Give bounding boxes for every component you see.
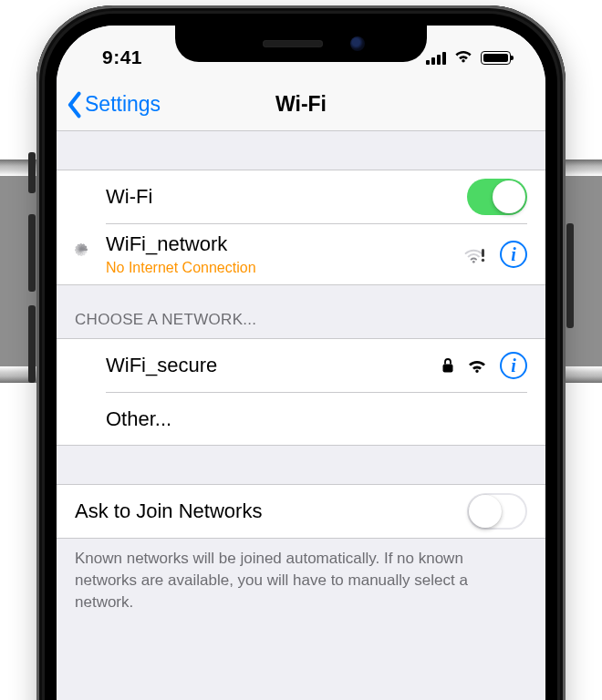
wifi-toggle-cell[interactable]: Wi-Fi [57,170,545,223]
page-title: Wi-Fi [275,92,327,117]
notch [175,26,427,62]
phone-side-button [566,223,574,328]
wifi-signal-icon [466,357,488,374]
phone-volume-up [28,214,36,292]
other-network-cell[interactable]: Other... [57,392,545,445]
ask-to-join-group: Ask to Join Networks [57,484,545,539]
front-camera [350,36,365,51]
back-button[interactable]: Settings [66,78,161,130]
screen: 9:41 [57,26,545,700]
svg-point-2 [482,259,484,262]
wifi-toggle-label: Wi-Fi [106,184,458,211]
choose-network-group: WiFi_secure [57,338,545,446]
info-button[interactable]: i [500,241,527,268]
phone-volume-down [28,305,36,383]
wifi-toggle[interactable] [467,179,527,215]
connected-network-status: No Internet Connection [106,259,455,278]
ask-to-join-label: Ask to Join Networks [75,499,458,525]
svg-rect-3 [443,365,453,373]
speaker-grille [263,40,323,47]
lock-icon [441,357,454,374]
svg-rect-1 [482,249,484,257]
wifi-toggle-group: Wi-Fi [57,170,545,285]
connected-network-cell[interactable]: WiFi_network No Internet Connection [57,223,545,284]
connected-network-name: WiFi_network [106,232,455,258]
cellular-signal-icon [426,51,446,65]
chevron-left-icon [66,91,82,118]
wifi-no-internet-icon [464,245,488,263]
choose-network-header: CHOOSE A NETWORK... [57,285,545,338]
ask-to-join-footer: Known networks will be joined automatica… [57,539,545,631]
phone-body: 9:41 [36,5,566,700]
battery-icon [481,51,511,65]
ask-to-join-cell[interactable]: Ask to Join Networks [57,485,545,538]
loading-spinner-icon [70,243,92,265]
back-label: Settings [85,92,161,117]
status-time: 9:41 [102,46,142,68]
info-button[interactable]: i [500,352,527,379]
network-cell[interactable]: WiFi_secure [57,339,545,392]
wifi-status-icon [453,48,473,67]
phone-mute-switch [28,152,36,193]
ask-to-join-toggle[interactable] [467,493,527,530]
nav-bar: Settings Wi-Fi [57,78,545,131]
svg-point-0 [472,261,475,263]
other-network-label: Other... [106,407,527,433]
network-name: WiFi_secure [106,353,432,379]
